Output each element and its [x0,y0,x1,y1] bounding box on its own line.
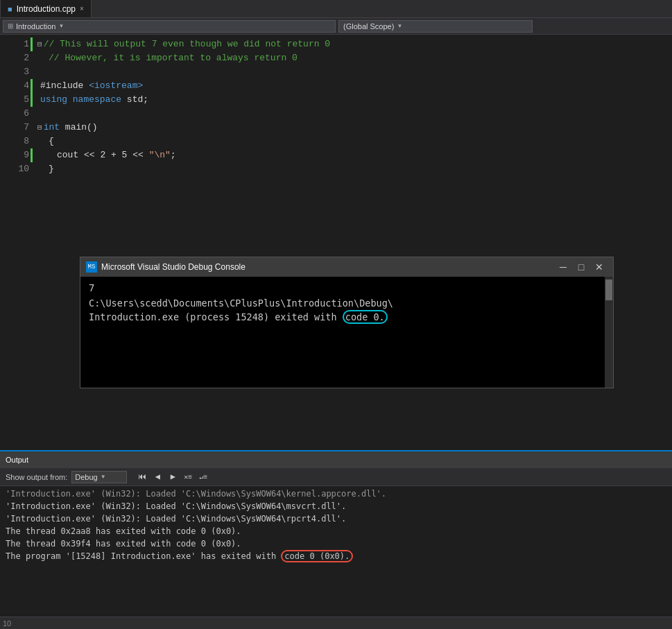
code-line-6 [35,107,672,121]
string-newline: "\n" [149,148,171,162]
line-num-6: 6 [0,107,29,121]
global-scope-label: (Global Scope) [343,22,394,31]
line-num-5: 5 [0,93,29,107]
code-line-3 [35,65,672,79]
output-toolbar: Show output from: Debug ▼ ⏮ ◀ ▶ ✕≡ ↵≡ [0,468,672,486]
code-line-4: #include <iostream> [35,79,672,93]
minimize-button[interactable]: ─ [555,260,571,274]
debug-body: 7 C:\Users\scedd\Documents\CPlusPlus\Int… [80,277,613,388]
line-num-7: 7 [0,121,29,135]
close-brace: } [49,162,54,176]
chevron-down-icon: ▼ [58,23,64,29]
output-line-5: The thread 0x39f4 has exited with code 0… [6,537,666,550]
line-num-1: 1 [0,37,29,51]
output-content: 'Introduction.exe' (Win32): Loaded 'C:\W… [0,486,672,617]
bottom-page-num: 10 [3,619,11,628]
scrollbar-thumb [605,279,612,300]
code-comment-1: // This will output 7 even though we did… [44,37,330,51]
path-text-1: C:\Users\scedd\Documents\CPlusPlus\Intro… [89,298,393,309]
code-comment-2: // However, it is important to always re… [49,51,298,65]
open-brace: { [49,135,54,148]
debug-window-controls: ─ □ ✕ [555,260,608,274]
line-numbers: 1 2 3 4 5 6 7 8 9 10 [0,35,35,288]
tab-close-icon[interactable]: × [80,5,84,12]
debug-console-window: MS Microsoft Visual Studio Debug Console… [80,257,614,388]
debug-path-line1: C:\Users\scedd\Documents\CPlusPlus\Intro… [89,296,605,310]
toolbar-btn-5[interactable]: ↵≡ [196,470,210,484]
debug-path-line2: Introduction.exe (process 15248) exited … [89,310,605,324]
toolbar-btn-3[interactable]: ▶ [166,470,180,484]
select-arrow-icon: ▼ [101,474,106,480]
int-keyword: int [44,121,65,135]
code-line-9: cout << 2 + 5 << "\n"; [35,148,672,162]
restore-button[interactable]: □ [573,260,589,274]
output-line-4: The thread 0x2aa8 has exited with code 0… [6,525,666,537]
output-highlight-oval: code 0 (0x0). [281,550,353,562]
code-zero-highlight: code 0. [343,310,388,324]
line-num-4: 4 [0,79,29,93]
line-num-8: 8 [0,135,29,148]
include-header: <iostream> [89,79,143,93]
cout-stmt: cout << 2 + 5 << [57,148,149,162]
include-keyword: #include [40,79,89,93]
line-num-10: 10 [0,162,29,176]
line-num-3: 3 [0,65,29,79]
scope-dropdown-right[interactable]: (Global Scope) ▼ [338,20,533,33]
show-output-label: Show output from: [6,473,67,481]
code-line-5: using namespace std; [35,93,672,107]
toolbar-btn-1[interactable]: ⏮ [135,470,149,484]
tab-bar: ■ Introduction.cpp × [0,0,672,18]
output-number: 7 [89,282,605,293]
code-line-8: { [35,135,672,148]
breakpoint-indicator-4 [31,79,33,93]
output-header: Output [0,451,672,468]
debug-title-bar: MS Microsoft Visual Studio Debug Console… [80,257,613,277]
scope-icon: ⊞ [8,22,13,30]
output-bottom-bar: 10 [0,617,672,629]
code-line-1: ⊟ // This will output 7 even though we d… [35,37,672,51]
scope-name: Introduction [16,22,55,31]
tab-icon: ■ [8,5,12,13]
collapse-btn-7[interactable]: ⊟ [37,121,42,135]
output-selected-value: Debug [75,473,97,481]
code-line-10: } [35,162,672,176]
nav-bar: ⊞ Introduction ▼ (Global Scope) ▼ [0,18,672,35]
output-source-select[interactable]: Debug ▼ [71,471,127,483]
chevron-down-icon-right: ▼ [397,23,402,29]
output-line-6: The program '[15248] Introduction.exe' h… [6,550,666,562]
active-tab[interactable]: ■ Introduction.cpp × [0,0,92,17]
code-line-7: ⊟ int main() [35,121,672,135]
scope-dropdown-left[interactable]: ⊞ Introduction ▼ [3,20,336,33]
vs-icon-text: MS [88,264,96,270]
breakpoint-indicator-1 [31,37,33,51]
output-title: Output [6,456,28,464]
code-editor: 1 2 3 4 5 6 7 8 9 10 ⊟ // This will outp… [0,35,672,288]
main-func: main() [65,121,98,135]
debug-app-icon: MS [86,261,97,273]
output-toolbar-icons: ⏮ ◀ ▶ ✕≡ ↵≡ [135,470,210,484]
breakpoint-indicator-5 [31,93,33,107]
debug-scrollbar[interactable] [605,277,613,388]
toolbar-btn-2[interactable]: ◀ [150,470,164,484]
output-line-3: 'Introduction.exe' (Win32): Loaded 'C:\W… [6,512,666,525]
code-content[interactable]: ⊟ // This will output 7 even though we d… [35,35,672,288]
code-line-2: // However, it is important to always re… [35,51,672,65]
output-line-2: 'Introduction.exe' (Win32): Loaded 'C:\W… [6,500,666,512]
std-text: std; [127,93,148,107]
close-button[interactable]: ✕ [591,260,608,274]
output-panel: Output Show output from: Debug ▼ ⏮ ◀ ▶ ✕… [0,450,672,629]
output-line-1: 'Introduction.exe' (Win32): Loaded 'C:\W… [6,488,666,500]
horizontal-scrollbar[interactable] [15,621,668,626]
collapse-btn-1[interactable]: ⊟ [37,37,42,51]
line-num-9: 9 [0,148,29,162]
using-keyword: using namespace [40,93,127,107]
line-num-2: 2 [0,51,29,65]
path-text-2-pre: Introduction.exe (process 15248) exited … [89,311,343,322]
toolbar-btn-4[interactable]: ✕≡ [181,470,195,484]
breakpoint-indicator-9 [31,148,33,162]
semicolon-9: ; [171,148,176,162]
debug-title-text: Microsoft Visual Studio Debug Console [101,262,551,272]
tab-filename: Introduction.cpp [17,4,76,14]
